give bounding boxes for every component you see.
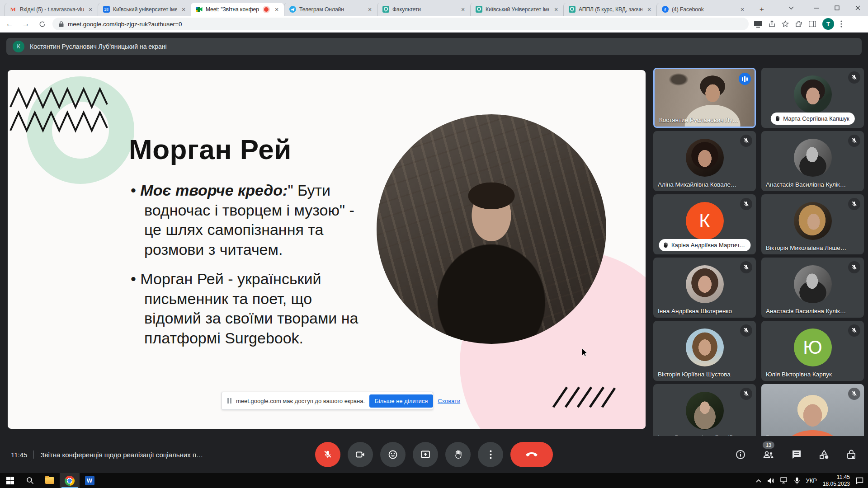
raise-hand-button[interactable] [445,442,471,467]
university-favicon-icon [568,6,576,13]
browser-tab[interactable]: f(4) Facebook✕ [656,3,750,16]
share-icon[interactable] [769,20,775,28]
presenting-banner-text: Костянтин Русланович Луб'яницький на екр… [30,43,167,50]
slide-zigzag-decoration [9,86,109,110]
browser-tab[interactable]: Київський Університет іме✕ [470,3,563,16]
participant-tile[interactable]: ККаріна Андріївна Мартич… [653,194,756,254]
browser-tab[interactable]: 18Київський університет іме✕ [98,3,191,16]
minimize-button[interactable] [806,0,826,16]
action-center-icon[interactable] [856,477,863,484]
pause-icon [227,398,231,404]
profile-avatar[interactable]: T [822,18,834,30]
muted-microphone-icon [740,261,752,273]
lock-icon [59,21,64,27]
participant-avatar [686,392,724,430]
reload-button[interactable] [35,17,49,31]
activities-button[interactable] [818,449,830,460]
browser-menu-icon[interactable] [840,20,842,28]
raised-hand-name-pill: Марта Сергіївна Капшук [770,113,854,125]
participant-tile[interactable]: Інна Андріївна Шкляренко [653,258,756,318]
browser-tab[interactable]: Телеграм Онлайн✕ [284,3,377,16]
participants-count-badge: 13 [763,441,774,449]
camera-button[interactable] [348,442,373,467]
more-options-button[interactable] [478,442,503,467]
word-taskbar-icon[interactable]: W [80,473,99,488]
browser-tab[interactable]: MВхідні (5) - t.savrasova-viu✕ [5,3,98,16]
participant-tile[interactable]: Анастасія Василівна Кулік… [761,131,864,191]
participant-tile[interactable]: Вікторія Юріївна Шустова [653,321,756,381]
participant-avatar [686,139,724,177]
participant-tile[interactable]: Аліна Михайлівна Ковале… [653,131,756,191]
participant-tile[interactable]: Костянтин Русланович Лу… [653,68,756,128]
back-button[interactable]: ← [3,17,16,31]
tab-close-icon[interactable]: ✕ [552,6,560,13]
close-button[interactable] [847,0,868,16]
microphone-off-button[interactable] [315,442,340,467]
participant-tile[interactable]: Вікторія Миколаївна Ляше… [761,194,864,254]
browser-tab[interactable]: Meet: "Звітна конфер✕ [191,3,284,16]
slide-portrait-photo [377,114,606,344]
present-screen-button[interactable] [413,442,438,467]
participant-avatar [794,139,832,177]
screen-share-notice: meet.google.com має доступ до вашого екр… [222,392,433,410]
speaking-indicator-icon [739,73,751,85]
presenter-avatar: К [13,41,24,52]
tab-close-icon[interactable]: ✕ [739,6,746,13]
forward-button[interactable]: → [19,17,33,31]
slide-zigzag-decoration [9,110,109,133]
recording-indicator-icon [264,7,269,12]
participant-name: Вікторія Миколаївна Ляше… [766,244,846,251]
chat-button[interactable] [791,449,802,460]
bookmark-star-icon[interactable] [782,20,789,28]
participant-tile[interactable]: Марта Сергіївна Капшук [761,68,864,128]
participant-tile[interactable]: Ви [761,384,864,436]
tab-close-icon[interactable]: ✕ [87,6,94,13]
tab-close-icon[interactable]: ✕ [459,6,467,13]
participant-tile[interactable]: ЮЮлія Вікторівна Карпук [761,321,864,381]
tab-close-icon[interactable]: ✕ [646,6,653,13]
show-everyone-button[interactable]: 13 [762,449,775,460]
network-icon[interactable] [780,477,788,484]
muted-microphone-icon [848,388,860,400]
call-controls [315,442,553,467]
tab-title: Вхідні (5) - t.savrasova-viu [20,6,84,13]
extensions-icon[interactable] [795,20,802,28]
tab-title: Факультети [392,6,456,13]
hide-notice-link[interactable]: Сховати [438,398,460,404]
tray-chevron-icon[interactable] [756,479,761,483]
chrome-taskbar-icon[interactable] [60,473,80,488]
tab-close-icon[interactable]: ✕ [180,6,187,13]
reactions-button[interactable] [380,442,406,467]
browser-tab[interactable]: Факультети✕ [377,3,470,16]
participant-avatar [794,202,832,240]
keyboard-language[interactable]: УКР [806,477,817,484]
presenting-banner: К Костянтин Русланович Луб'яницький на е… [6,38,862,55]
participant-tile[interactable]: Анастасія Василівна Кулік… [761,258,864,318]
taskbar-clock[interactable]: 11:45 18.05.2023 [823,474,850,488]
maximize-button[interactable] [826,0,847,16]
address-bar[interactable]: meet.google.com/iqb-zjgz-ruk?authuser=0 [52,18,749,30]
taskbar-search-icon[interactable] [20,473,40,488]
browser-tab[interactable]: АППЛ (5 курс, КВД, заочн✕ [563,3,656,16]
tab-sharing-icon[interactable] [754,21,762,28]
tab-close-icon[interactable]: ✕ [273,6,280,13]
muted-microphone-icon [740,198,752,210]
tray-microphone-icon[interactable] [794,477,800,484]
gmail-favicon-icon: M [9,6,17,13]
facebook-favicon-icon: f [661,6,669,13]
tab-close-icon[interactable]: ✕ [366,6,373,13]
side-panel-icon[interactable] [809,21,816,27]
new-tab-button[interactable]: + [756,4,768,15]
leave-call-button[interactable] [510,442,553,467]
meeting-details-button[interactable] [735,449,746,460]
file-explorer-icon[interactable] [40,473,60,488]
host-controls-button[interactable] [846,449,856,460]
participant-tile[interactable]: Ірина Вячеславівна Гордій… [653,384,756,436]
volume-icon[interactable] [767,478,774,484]
participant-name: Анастасія Василівна Кулік… [766,181,846,188]
participant-name: Юлія Вікторівна Карпук [766,371,832,378]
tab-search-chevron-icon[interactable] [782,0,800,16]
calendar-favicon-icon: 18 [103,6,110,13]
stop-sharing-button[interactable]: Більше не ділитися [369,394,433,408]
start-button[interactable] [0,473,20,488]
